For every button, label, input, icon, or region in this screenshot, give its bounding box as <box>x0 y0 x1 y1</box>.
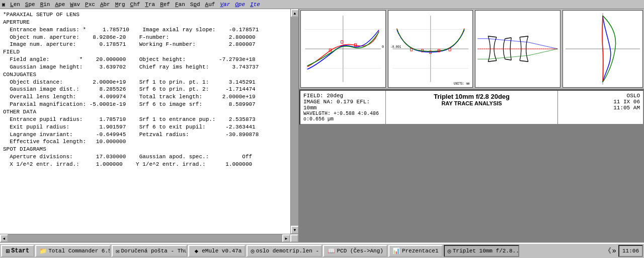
email-label: Doručená pošta - Thu... <box>121 248 187 254</box>
chart-ray-fan: 0 <box>300 10 386 88</box>
scroll-corner <box>290 234 298 242</box>
wavelength-label: WAVELGTH: +:0.588 4:0.486 o:0.656 µm <box>303 111 382 122</box>
windows-icon: ⊞ <box>6 247 10 255</box>
info-left: FIELD: 20deg IMAGE NA: 0.179 EFL: 10mm W… <box>300 91 386 124</box>
menu-abr[interactable]: Abr <box>98 1 112 8</box>
date-line2: 11:05 AM <box>561 105 640 111</box>
menu-rin[interactable]: Rin <box>38 1 52 8</box>
oslo-label: oslo demotrip.len - Vy... <box>256 248 323 254</box>
start-button[interactable]: ⊞ Start <box>1 245 34 257</box>
scroll-right-btn[interactable]: ► <box>282 234 290 242</box>
svg-text:-0.001: -0.001 <box>390 45 401 49</box>
prezentace-icon: 📊 <box>392 247 400 255</box>
taskbar-btn-emule[interactable]: ◆ eMule v0.47a <box>188 245 246 257</box>
emule-label: eMule v0.47a <box>202 248 242 254</box>
date-line1: 11 IX 06 <box>561 99 640 105</box>
menu-wav[interactable]: Wav <box>68 1 82 8</box>
chart-spot: -0.001 UNITS: mm <box>388 10 473 88</box>
menu-var[interactable]: Var <box>218 1 232 8</box>
field-label: FIELD: 20deg <box>303 93 382 99</box>
menu-chf[interactable]: Chf <box>128 1 142 8</box>
triplet-label: Triplet 10mm f/2.8... <box>453 248 519 254</box>
systray: 《 » <box>604 246 616 255</box>
chart-lens <box>475 10 560 88</box>
total-commander-icon: 📁 <box>39 247 47 255</box>
chart-distortion <box>562 10 643 88</box>
total-commander-label: Total Commander 6.5... <box>48 248 111 254</box>
h-scroll-track[interactable] <box>8 234 282 242</box>
title-line1: Triplet 10mm f/2.8 20deg <box>389 93 554 100</box>
menu-pxc[interactable]: Pxc <box>83 1 97 8</box>
left-panel-inner: *PARAXIAL SETUP OF LENS APERTURE Entranc… <box>0 9 298 234</box>
scroll-down-btn[interactable]: ▼ <box>291 226 298 234</box>
horizontal-scrollbar[interactable]: ◄ ► <box>0 234 298 242</box>
systray-icon1: 《 <box>604 246 611 255</box>
menu-spe[interactable]: Spe <box>23 1 37 8</box>
taskbar: ⊞ Start 📁 Total Commander 6.5... ✉ Doruč… <box>0 243 644 258</box>
scroll-left-btn[interactable]: ◄ <box>0 234 8 242</box>
start-label: Start <box>11 247 29 254</box>
triplet-icon: ◎ <box>448 247 451 255</box>
svg-text:0: 0 <box>382 44 384 49</box>
scroll-up-btn[interactable]: ▲ <box>291 9 298 17</box>
info-center: Triplet 10mm f/2.8 20deg RAY TRACE ANALY… <box>386 91 557 124</box>
prezentace-label: Prezentace1 <box>402 248 439 254</box>
text-content[interactable]: *PARAXIAL SETUP OF LENS APERTURE Entranc… <box>0 9 290 234</box>
taskbar-btn-total-commander[interactable]: 📁 Total Commander 6.5... <box>35 245 111 257</box>
oslo-icon: ◎ <box>251 247 254 255</box>
menu-fan[interactable]: Fan <box>173 1 187 8</box>
info-right: OSLO 11 IX 06 11:05 AM <box>557 91 643 124</box>
right-panel: 0 <box>299 9 644 242</box>
menu-mrg[interactable]: Mrg <box>113 1 127 8</box>
oslo-label: OSLO <box>561 93 640 99</box>
taskbar-btn-triplet[interactable]: ◎ Triplet 10mm f/2.8... <box>444 245 519 257</box>
menu-bar: ▣ Len Spe Rin Ape Wav Pxc Abr Mrg Chf Tr… <box>0 0 644 9</box>
info-panel: FIELD: 20deg IMAGE NA: 0.179 EFL: 10mm W… <box>299 90 644 125</box>
image-na-label: IMAGE NA: 0.179 EFL: 10mm <box>303 99 382 111</box>
taskbar-btn-prezentace[interactable]: 📊 Prezentace1 <box>388 245 443 257</box>
scroll-track[interactable] <box>291 17 298 226</box>
left-panel: *PARAXIAL SETUP OF LENS APERTURE Entranc… <box>0 9 299 242</box>
menu-tra[interactable]: Tra <box>143 1 157 8</box>
vertical-scrollbar[interactable]: ▲ ▼ <box>290 9 298 234</box>
charts-area: 0 <box>299 9 644 90</box>
menu-auf[interactable]: Auf <box>203 1 217 8</box>
main-container: *PARAXIAL SETUP OF LENS APERTURE Entranc… <box>0 9 644 242</box>
menu-len[interactable]: Len <box>8 1 22 8</box>
pcd-icon: 📖 <box>327 247 335 255</box>
gray-area <box>299 125 644 242</box>
clock: 11:06 <box>618 245 643 257</box>
svg-text:UNITS: mm: UNITS: mm <box>454 82 470 86</box>
emule-icon: ◆ <box>192 247 200 255</box>
menu-ite[interactable]: Ite <box>248 1 262 8</box>
taskbar-btn-pcd[interactable]: 📖 PCD (Čes->Ang) <box>323 245 387 257</box>
pcd-label: PCD (Čes->Ang) <box>337 248 383 254</box>
menu-ref[interactable]: Ref <box>158 1 172 8</box>
menu-ope[interactable]: Ope <box>233 1 247 8</box>
menu-spd[interactable]: Spd <box>188 1 202 8</box>
email-icon: ✉ <box>116 247 119 255</box>
taskbar-btn-oslo[interactable]: ◎ oslo demotrip.len - Vy... <box>247 245 322 257</box>
systray-icon2: » <box>612 247 616 255</box>
taskbar-btn-email[interactable]: ✉ Doručená pošta - Thu... <box>112 245 187 257</box>
title-line2: RAY TRACE ANALYSIS <box>389 100 554 106</box>
menu-ape[interactable]: Ape <box>53 1 67 8</box>
